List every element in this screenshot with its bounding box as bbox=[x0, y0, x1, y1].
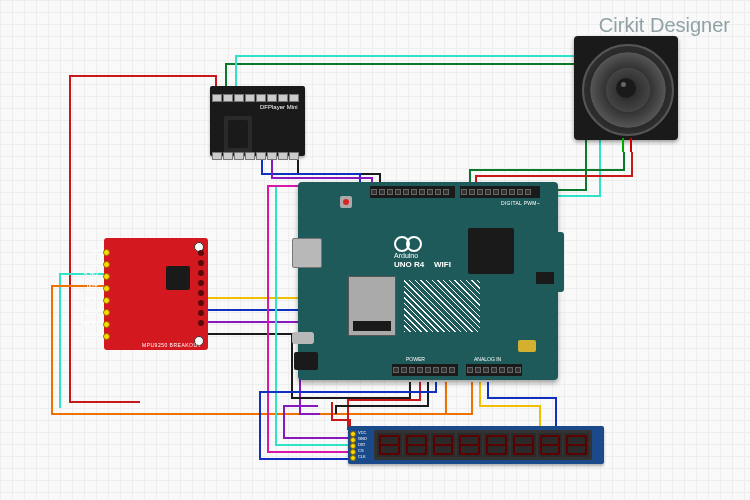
icsp-header[interactable] bbox=[536, 272, 554, 284]
mpu-pin-sda: SDA bbox=[80, 306, 104, 318]
wire-a-blue bbox=[488, 382, 556, 430]
digit-1 bbox=[404, 433, 429, 457]
label-digital: DIGITAL PWM~ bbox=[501, 200, 540, 206]
digit-4 bbox=[484, 433, 509, 457]
wire-a-orange bbox=[446, 382, 472, 414]
canvas[interactable]: Cirkit Designer bbox=[0, 0, 750, 500]
mpu-name: MPU9250 BREAKOUT bbox=[142, 342, 201, 348]
uno-model: UNO R4 bbox=[394, 260, 424, 269]
label-power: POWER bbox=[406, 356, 425, 362]
usb-b-port-icon bbox=[292, 238, 322, 268]
speaker-wire-neg bbox=[630, 138, 632, 152]
uno-brand: Arduino bbox=[394, 252, 418, 259]
digit-5 bbox=[511, 433, 536, 457]
brand-name: Cirkit bbox=[599, 14, 645, 36]
digit-7 bbox=[564, 433, 589, 457]
digit-0 bbox=[377, 433, 402, 457]
component-arduino-uno[interactable]: DIGITAL PWM~ Arduino UNO R4 WIFI POWER A… bbox=[298, 182, 558, 380]
uno-header-analog[interactable] bbox=[466, 364, 522, 376]
mpu-pin-int: INT bbox=[80, 282, 104, 294]
mpu-chip-icon bbox=[166, 266, 190, 290]
uno-header-power[interactable] bbox=[392, 364, 458, 376]
7seg-pin-clk: CLK bbox=[350, 454, 364, 460]
dfplayer-pins-top bbox=[212, 88, 303, 96]
wire-7seg-gnd-purple bbox=[284, 406, 350, 438]
speaker-wire-pos bbox=[622, 138, 624, 152]
mpu-pin-3.3v: 3.3V bbox=[80, 270, 104, 282]
uno-header-top-left[interactable] bbox=[370, 186, 455, 198]
usb-c-port-icon bbox=[292, 332, 314, 344]
digit-6 bbox=[538, 433, 563, 457]
component-dfplayer[interactable]: DFPlayer Mini bbox=[210, 86, 305, 156]
esp-module-icon bbox=[348, 276, 396, 336]
wire-a-yellow bbox=[480, 382, 540, 430]
component-mpu9250[interactable]: MPU9250 BREAKOUT 12113.3VINTSCLSDAADDGND bbox=[80, 238, 208, 350]
7seg-header: VCCGNDDIOCSCLK bbox=[350, 430, 364, 460]
digit-3 bbox=[457, 433, 482, 457]
component-7seg-display[interactable]: VCCGNDDIOCSCLK bbox=[348, 426, 604, 464]
crypto-chip-icon bbox=[518, 340, 536, 352]
label-analog: ANALOG IN bbox=[474, 356, 501, 362]
7seg-display-area bbox=[374, 430, 592, 460]
wire-gnd-black2 bbox=[336, 382, 428, 414]
reset-button[interactable] bbox=[340, 196, 352, 208]
mpu-pin-scl: SCL bbox=[80, 294, 104, 306]
brand-suffix: Designer bbox=[650, 14, 730, 36]
wire-7seg-vcc-red bbox=[332, 402, 350, 430]
dfplayer-label: DFPlayer Mini bbox=[260, 104, 298, 110]
wire-5v-red bbox=[348, 382, 420, 430]
wire-spk-p bbox=[470, 152, 624, 186]
mpu-pin-11: 11 bbox=[80, 258, 104, 270]
wire-spk-n bbox=[476, 152, 632, 186]
dfplayer-pins-bottom bbox=[212, 146, 303, 154]
component-speaker[interactable] bbox=[574, 36, 678, 140]
mpu-board: MPU9250 BREAKOUT bbox=[104, 238, 208, 350]
mpu-pin-add: ADD bbox=[80, 318, 104, 330]
led-matrix-icon bbox=[404, 280, 480, 332]
arduino-logo-icon bbox=[394, 236, 422, 250]
mpu-pin-gnd: GND bbox=[80, 330, 104, 342]
uno-wifi: WIFI bbox=[434, 260, 451, 269]
uno-header-top-right[interactable] bbox=[460, 186, 540, 198]
mpu-pin-12: 12 bbox=[80, 246, 104, 258]
digit-2 bbox=[431, 433, 456, 457]
mcu-chip-icon bbox=[468, 228, 514, 274]
mpu-header: 12113.3VINTSCLSDAADDGND bbox=[80, 246, 104, 342]
brand-watermark: Cirkit Designer bbox=[599, 14, 730, 37]
barrel-jack-icon bbox=[294, 352, 318, 370]
speaker-cap-icon bbox=[616, 78, 636, 98]
